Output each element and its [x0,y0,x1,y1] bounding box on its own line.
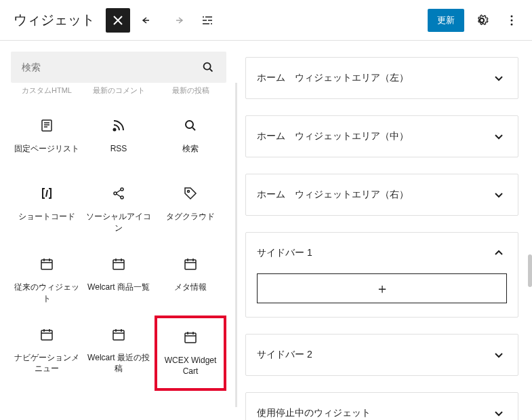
list-icon [199,12,216,28]
list-view-button[interactable] [195,8,220,33]
calendar-icon [182,329,199,345]
calendar-icon [39,256,55,272]
calendar-icon [182,256,199,272]
widget-item[interactable]: ショートコード [11,174,83,245]
header: ウィジェット 更新 [0,0,532,41]
widget-area: ホーム ウィジェットエリア（右） [245,174,518,216]
update-button[interactable]: 更新 [428,9,464,32]
rss-icon [110,117,127,134]
plus-icon: ＋ [375,280,389,298]
shortcode-icon [39,185,55,202]
widget-item-wcex-widget-cart[interactable]: WCEX Widget Cart [155,316,226,392]
svg-rect-14 [41,330,52,340]
svg-point-9 [121,196,123,199]
calendar-icon [110,256,127,272]
widget-area-header[interactable]: サイドバー 1 [246,233,518,273]
widget-label: メタ情報 [174,282,207,293]
widget-item[interactable]: 検索 [155,107,226,174]
widget-area-label: サイドバー 1 [257,247,312,259]
widget-item[interactable]: RSS [83,107,155,174]
undo-icon [140,12,156,28]
share-icon [110,185,127,202]
widget-item[interactable]: カスタムHTML [11,85,83,107]
search-input[interactable] [22,62,201,73]
widget-item[interactable]: ナビゲーションメニュー [11,316,83,392]
header-right: 更新 [428,8,524,33]
widget-item[interactable]: 最新の投稿 [155,85,226,107]
svg-rect-12 [113,260,124,269]
close-icon [110,12,126,28]
svg-rect-13 [185,260,196,269]
widget-area-header[interactable]: ホーム ウィジェットエリア（左） [246,58,518,98]
widget-area-header[interactable]: サイドバー 2 [246,335,518,375]
svg-rect-4 [42,120,52,131]
widget-label: Welcart 最近の投稿 [85,352,152,375]
redo-button[interactable] [165,8,190,33]
svg-point-7 [121,188,123,191]
chevron-down-icon [491,405,507,420]
widget-label: Welcart 商品一覧 [87,282,150,293]
widget-area-label: ホーム ウィジェットエリア（中） [257,130,409,142]
widget-label: タグクラウド [166,211,215,223]
main: カスタムHTML 最新のコメント 最新の投稿 固定ページリスト RSS 検索 シ… [0,41,532,420]
widget-item[interactable]: 従来のウィジェット [11,245,83,316]
widget-area: サイドバー 2 [245,334,518,376]
widget-label: WCEX Widget Cart [160,355,221,378]
widget-label: ショートコード [18,211,75,223]
widget-label: カスタムHTML [22,85,72,96]
widget-area-header[interactable]: ホーム ウィジェットエリア（中） [246,116,518,157]
widget-area: ホーム ウィジェットエリア（中） [245,115,518,157]
widget-area-body: ＋ [246,273,518,317]
widget-area-label: 使用停止中のウィジェット [257,407,371,419]
calendar-icon [110,326,127,343]
options-button[interactable] [499,8,524,33]
widget-label: ソーシャルアイコン [85,211,152,234]
widget-area-header[interactable]: 使用停止中のウィジェット [246,393,518,420]
svg-point-10 [188,191,190,193]
widget-item[interactable]: 最新のコメント [83,85,155,107]
widget-item[interactable]: Welcart 最近の投稿 [83,316,155,392]
widget-item[interactable]: Welcart 商品一覧 [83,245,155,316]
tag-icon [182,185,199,202]
widget-label: 最新のコメント [93,85,145,96]
widget-area: ホーム ウィジェットエリア（左） [245,57,518,99]
svg-rect-15 [113,330,124,340]
svg-rect-11 [41,260,52,269]
undo-button[interactable] [136,8,160,33]
svg-point-0 [511,15,513,17]
widget-area-header[interactable]: ホーム ウィジェットエリア（右） [246,174,518,215]
svg-point-1 [511,19,513,21]
widget-label: 固定ページリスト [14,143,79,155]
chevron-down-icon [491,187,507,203]
widget-item[interactable]: タグクラウド [155,174,226,245]
widget-label: 従来のウィジェット [14,282,80,305]
kebab-icon [504,12,520,28]
header-left: ウィジェット [8,8,220,33]
search-box[interactable] [11,52,226,83]
chevron-up-icon [491,245,507,261]
redo-icon [169,12,186,28]
widget-label: ナビゲーションメニュー [14,352,80,375]
close-button[interactable] [106,8,130,33]
widget-grid: カスタムHTML 最新のコメント 最新の投稿 固定ページリスト RSS 検索 シ… [11,85,226,391]
widget-item[interactable]: ソーシャルアイコン [83,174,155,245]
widget-label: RSS [110,143,127,155]
calendar-icon [39,326,55,343]
chevron-down-icon [491,128,507,145]
widget-item[interactable]: 固定ページリスト [11,107,83,174]
widget-item[interactable]: メタ情報 [155,245,226,316]
scrollbar[interactable] [528,254,532,287]
svg-point-2 [511,23,513,25]
chevron-down-icon [491,347,507,363]
page-title: ウィジェット [8,11,100,29]
widget-area: サイドバー 1 ＋ [245,232,518,318]
chevron-down-icon [491,70,507,86]
settings-button[interactable] [470,8,494,33]
svg-point-6 [186,121,193,128]
widget-area-label: ホーム ウィジェットエリア（左） [257,72,409,84]
svg-point-3 [204,63,211,70]
page-list-icon [39,117,55,134]
widget-area: 使用停止中のウィジェット [245,392,518,420]
add-block-button[interactable]: ＋ [257,273,507,303]
widget-area-label: サイドバー 2 [257,349,312,361]
